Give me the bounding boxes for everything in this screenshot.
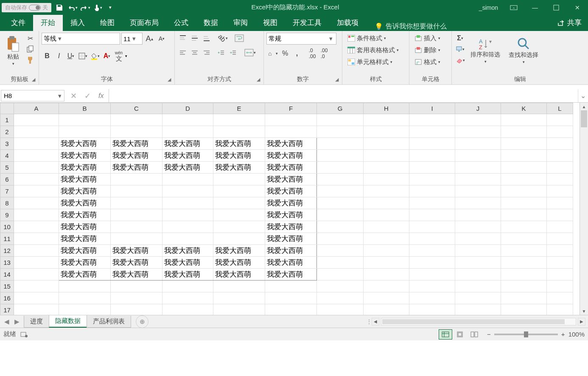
cell-I17[interactable] (409, 304, 455, 315)
cell-L9[interactable] (547, 209, 573, 221)
cell-F1[interactable] (265, 114, 317, 126)
cell-A13[interactable] (14, 257, 59, 269)
number-dialog-launcher[interactable]: ◢ (335, 77, 341, 83)
row-header-6[interactable]: 6 (0, 174, 14, 185)
ribbon-options-icon[interactable] (503, 0, 524, 15)
cell-J3[interactable] (455, 138, 501, 150)
merge-button[interactable]: ▾ (244, 47, 257, 58)
cell-C11[interactable] (111, 233, 162, 245)
tab-home[interactable]: 开始 (33, 14, 63, 31)
cell-F17[interactable] (265, 304, 317, 315)
touch-mode-icon[interactable]: ▾ (91, 0, 104, 15)
cell-H5[interactable] (364, 162, 409, 174)
phonetic-button[interactable]: wén文 (113, 51, 124, 62)
cell-F11[interactable]: 我爱大西萌 (265, 233, 317, 245)
cell-L17[interactable] (547, 304, 573, 315)
sheet-nav-next[interactable]: ▶ (14, 318, 20, 325)
cell-B3[interactable]: 我爱大西萌 (59, 138, 111, 150)
cell-D6[interactable] (162, 174, 213, 185)
maximize-button[interactable] (546, 0, 567, 15)
cell-C8[interactable] (111, 197, 162, 209)
cell-L11[interactable] (547, 233, 573, 245)
cell-H8[interactable] (364, 197, 409, 209)
font-dialog-launcher[interactable]: ◢ (168, 77, 174, 83)
cell-L16[interactable] (547, 292, 573, 304)
cell-H16[interactable] (364, 292, 409, 304)
scroll-up-icon[interactable]: ▲ (580, 103, 588, 110)
close-button[interactable]: ✕ (567, 0, 588, 15)
cell-G3[interactable] (317, 138, 364, 150)
cell-E10[interactable] (213, 221, 265, 233)
tell-me-search[interactable]: 💡 告诉我你想要做什么 (375, 22, 447, 31)
qat-customize-icon[interactable]: ▾ (104, 0, 117, 15)
cell-K1[interactable] (501, 114, 547, 126)
cell-D8[interactable] (162, 197, 213, 209)
cell-C15[interactable] (111, 281, 162, 292)
cell-K10[interactable] (501, 221, 547, 233)
cell-H10[interactable] (364, 221, 409, 233)
cell-F13[interactable]: 我爱大西萌 (265, 257, 317, 269)
zoom-out-button[interactable]: − (487, 331, 491, 338)
cell-G14[interactable] (317, 269, 364, 281)
cell-B7[interactable]: 我爱大西萌 (59, 185, 111, 197)
select-all[interactable] (0, 103, 14, 114)
cell-F2[interactable] (265, 126, 317, 138)
fill-color-button[interactable]: ▾ (89, 51, 101, 62)
sheet-nav-prev[interactable]: ◀ (4, 318, 9, 325)
cell-G13[interactable] (317, 257, 364, 269)
font-size-combo[interactable]: 11▾ (121, 33, 143, 45)
cell-A9[interactable] (14, 209, 59, 221)
col-header-K[interactable]: K (501, 103, 547, 114)
col-header-I[interactable]: I (409, 103, 455, 114)
cell-E15[interactable] (213, 281, 265, 292)
cell-D17[interactable] (162, 304, 213, 315)
cell-B6[interactable]: 我爱大西萌 (59, 174, 111, 185)
tab-developer[interactable]: 开发工具 (285, 14, 329, 31)
cell-C6[interactable] (111, 174, 162, 185)
cell-C14[interactable]: 我爱大西萌 (111, 269, 162, 281)
format-painter-button[interactable] (25, 55, 36, 66)
cell-C1[interactable] (111, 114, 162, 126)
cell-I10[interactable] (409, 221, 455, 233)
sheet-tab-profit[interactable]: 产品利润表 (87, 316, 131, 328)
cell-D3[interactable]: 我爱大西萌 (162, 138, 213, 150)
cell-I2[interactable] (409, 126, 455, 138)
sort-filter-button[interactable]: AZ 排序和筛选▾ (467, 33, 504, 68)
cut-button[interactable]: ✂ (25, 33, 36, 44)
cell-H17[interactable] (364, 304, 409, 315)
col-header-A[interactable]: A (14, 103, 59, 114)
cell-E5[interactable]: 我爱大西萌 (213, 162, 265, 174)
cell-E4[interactable]: 我爱大西萌 (213, 150, 265, 162)
cell-F15[interactable] (265, 281, 317, 292)
cell-G15[interactable] (317, 281, 364, 292)
cell-G4[interactable] (317, 150, 364, 162)
cell-F7[interactable]: 我爱大西萌 (265, 185, 317, 197)
cell-G11[interactable] (317, 233, 364, 245)
cell-L10[interactable] (547, 221, 573, 233)
col-header-G[interactable]: G (317, 103, 364, 114)
cell-B16[interactable] (59, 292, 111, 304)
decrease-font-button[interactable]: A▾ (156, 33, 167, 44)
cell-A11[interactable] (14, 233, 59, 245)
cell-D2[interactable] (162, 126, 213, 138)
cell-K12[interactable] (501, 245, 547, 257)
cell-L5[interactable] (547, 162, 573, 174)
cell-J7[interactable] (455, 185, 501, 197)
cell-B4[interactable]: 我爱大西萌 (59, 150, 111, 162)
col-header-D[interactable]: D (162, 103, 213, 114)
row-header-13[interactable]: 13 (0, 257, 14, 269)
align-left-button[interactable] (177, 47, 188, 58)
cell-H6[interactable] (364, 174, 409, 185)
expand-formula-bar[interactable]: ⌄ (578, 89, 588, 102)
cell-E6[interactable] (213, 174, 265, 185)
cell-A4[interactable] (14, 150, 59, 162)
cell-B8[interactable]: 我爱大西萌 (59, 197, 111, 209)
fill-button[interactable]: ▾ (454, 44, 466, 55)
cell-K15[interactable] (501, 281, 547, 292)
cell-G8[interactable] (317, 197, 364, 209)
cell-A14[interactable] (14, 269, 59, 281)
cell-J17[interactable] (455, 304, 501, 315)
cell-K2[interactable] (501, 126, 547, 138)
row-header-12[interactable]: 12 (0, 245, 14, 257)
cell-C7[interactable] (111, 185, 162, 197)
